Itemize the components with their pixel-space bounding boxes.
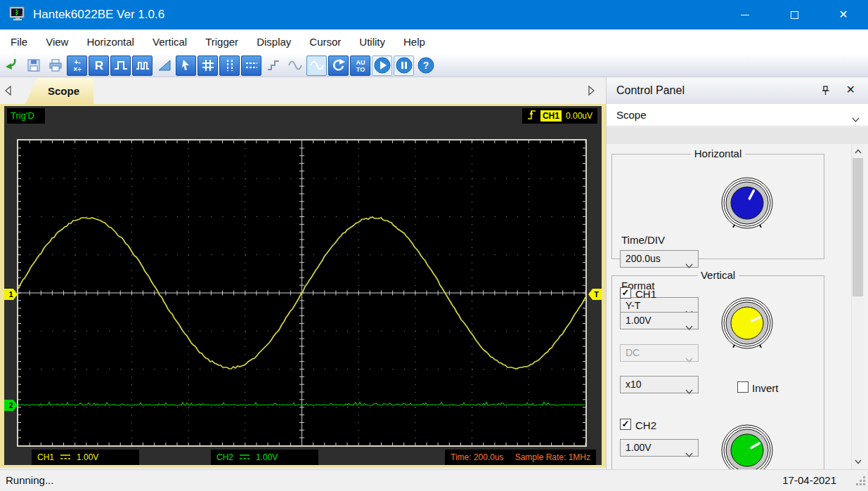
svg-text:×÷: ×÷ (73, 65, 82, 73)
chevron-down-icon (685, 257, 693, 273)
status-bar: Running... 17-04-2021 (0, 469, 868, 491)
horizontal-group-title: Horizontal (691, 148, 746, 159)
chevron-down-icon (852, 112, 860, 125)
digital-wave-icon[interactable] (132, 55, 153, 76)
ch1-invert-checkbox[interactable] (737, 381, 749, 393)
vertical-cursors-icon[interactable] (219, 55, 240, 76)
tab-scope[interactable]: Scope (25, 78, 93, 104)
minimize-icon (741, 15, 749, 15)
ch1-volts-value: 1.00V (626, 315, 652, 326)
trigger-level-marker[interactable]: T (588, 289, 602, 300)
app-window: Hantek6022BE Ver 1.0.6 ✕ FileViewHorizon… (0, 0, 868, 491)
tab-scroll-left-icon[interactable] (4, 85, 12, 96)
scroll-up-icon[interactable] (852, 145, 864, 157)
panel-scrollbar[interactable] (851, 144, 864, 469)
close-icon: ✕ (838, 9, 848, 20)
trigger-edge-icon (527, 108, 536, 124)
ramp-icon[interactable] (154, 55, 174, 76)
scroll-down-icon[interactable] (852, 456, 864, 468)
cursor-select-icon[interactable] (176, 55, 196, 76)
menu-item-help[interactable]: Help (394, 30, 434, 54)
status-date: 17-04-2021 (782, 470, 836, 491)
time-div-label: Time/DIV (621, 234, 665, 246)
chevron-down-icon (685, 319, 693, 335)
control-panel-title: Control Panel (616, 77, 685, 104)
ch1-knob[interactable] (713, 289, 781, 360)
print-icon[interactable] (45, 55, 65, 76)
trigger-source-badge: CH1 (540, 110, 562, 122)
ch2-enable-checkbox[interactable]: ✓ (620, 419, 631, 430)
start-icon[interactable] (372, 55, 392, 76)
maximize-button[interactable] (770, 0, 819, 30)
ch2-knob[interactable] (713, 417, 781, 469)
resize-grip[interactable] (856, 476, 866, 489)
window-controls: ✕ (720, 0, 868, 30)
menu-item-display[interactable]: Display (247, 30, 300, 54)
menu-item-cursor[interactable]: Cursor (300, 30, 350, 54)
refresh-icon[interactable] (328, 55, 349, 76)
time-per-div: Time: 200.0us (451, 452, 504, 462)
pin-icon[interactable] (820, 85, 831, 96)
dc-coupling-icon (239, 452, 250, 462)
ch2-position-marker[interactable]: 2 (4, 400, 18, 411)
panel-mode-value: Scope (616, 104, 647, 126)
sine-wave-selected-icon[interactable] (306, 55, 327, 76)
ch1-readout-label: CH1 (37, 452, 54, 462)
tab-scroll-right-icon[interactable] (588, 85, 596, 96)
menu-item-view[interactable]: View (37, 30, 77, 54)
help-icon[interactable]: ? (415, 55, 436, 76)
ch1-position-marker[interactable]: 1 (4, 289, 18, 300)
menu-item-trigger[interactable]: Trigger (196, 30, 247, 54)
ch1-volts-combobox[interactable]: 1.00V (620, 312, 699, 329)
ch1-probe-value: x10 (626, 379, 642, 390)
math-icon[interactable]: +-×÷ (67, 55, 87, 76)
svg-text:AU: AU (356, 59, 365, 66)
control-panel: Control Panel ✕ Scope Horizontal Time/DI… (606, 77, 868, 469)
menu-item-horizontal[interactable]: Horizontal (77, 30, 143, 54)
control-panel-content: Horizontal Time/DIV 200.0us Format Y-T V… (607, 144, 868, 469)
ch1-probe-combobox[interactable]: x10 (620, 376, 699, 393)
save-icon[interactable] (23, 55, 44, 76)
menu-item-vertical[interactable]: Vertical (143, 30, 196, 54)
auto-set-icon[interactable]: AUTO (350, 55, 370, 76)
ch1-coupling-value: DC (626, 347, 640, 358)
ch2-checkbox-label: CH2 (635, 419, 656, 431)
ch1-volts-per-div: 1.00V (77, 452, 98, 462)
pulse-wave-icon[interactable] (110, 55, 131, 76)
ch1-coupling-combobox: DC (620, 344, 699, 362)
vertical-group-title: Vertical (697, 269, 739, 281)
title-bar: Hantek6022BE Ver 1.0.6 ✕ (0, 0, 868, 30)
panel-mode-select[interactable]: Scope (607, 104, 868, 126)
chevron-down-icon (685, 351, 693, 367)
dc-coupling-icon (60, 452, 71, 462)
ch2-volts-combobox[interactable]: 1.00V (620, 439, 699, 457)
close-button[interactable]: ✕ (819, 0, 868, 30)
trigger-level: 0.00uV (566, 111, 592, 121)
control-panel-close-icon[interactable]: ✕ (846, 83, 855, 96)
sine-wave-icon[interactable] (285, 55, 305, 76)
reference-icon[interactable]: R (89, 55, 109, 76)
ch2-volts-value: 1.00V (626, 442, 652, 453)
grid-cursor-icon[interactable] (197, 55, 218, 76)
panel-divider (607, 127, 868, 144)
minimize-button[interactable] (720, 0, 770, 30)
horizontal-cursors-icon[interactable] (241, 55, 261, 76)
open-icon[interactable] (1, 55, 22, 76)
step-wave-icon[interactable] (263, 55, 283, 76)
ch1-enable-checkbox[interactable]: ✓ (620, 287, 631, 299)
ch2-volts-per-div: 1.00V (256, 452, 278, 462)
svg-text:TO: TO (356, 66, 364, 73)
time-div-combobox[interactable]: 200.0us (620, 250, 699, 268)
chevron-down-icon (685, 446, 693, 462)
window-title: Hantek6022BE Ver 1.0.6 (33, 8, 164, 22)
ch2-readout: CH2 1.00V (211, 450, 318, 465)
horizontal-knob[interactable] (713, 169, 781, 240)
menu-bar: FileViewHorizontalVerticalTriggerDisplay… (0, 30, 868, 54)
status-text: Running... (6, 470, 53, 491)
menu-item-file[interactable]: File (1, 30, 37, 54)
pause-icon[interactable] (394, 55, 414, 76)
menu-item-utility[interactable]: Utility (350, 30, 394, 54)
scrollbar-thumb[interactable] (853, 158, 863, 296)
maximize-icon (791, 11, 798, 19)
toolbar: +-×÷RAUTO? (0, 54, 868, 77)
